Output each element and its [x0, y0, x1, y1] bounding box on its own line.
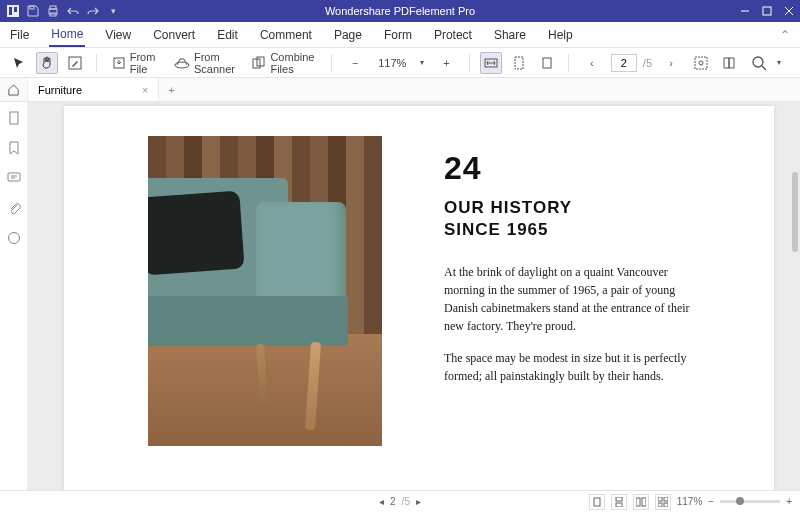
zoom-out-button[interactable]: −: [342, 52, 368, 74]
svg-rect-32: [664, 497, 668, 501]
combine-files-button[interactable]: Combine Files: [247, 48, 321, 78]
from-file-label: From File: [130, 51, 158, 75]
zoom-in-button[interactable]: +: [433, 52, 459, 74]
titlebar: ▾ Wondershare PDFelement Pro: [0, 0, 800, 22]
menu-convert[interactable]: Convert: [151, 24, 197, 46]
svg-rect-30: [642, 498, 646, 506]
workspace: 24 OUR HISTORY SINCE 1965 At the brink o…: [0, 102, 800, 490]
svg-rect-34: [664, 503, 668, 507]
print-icon[interactable]: [46, 4, 60, 18]
minus-icon: −: [347, 55, 363, 71]
vertical-scrollbar[interactable]: [792, 172, 798, 252]
undo-icon[interactable]: [66, 4, 80, 18]
maximize-button[interactable]: [756, 0, 778, 22]
doc-heading-line2: SINCE 1965: [444, 220, 694, 240]
edit-tool[interactable]: [64, 52, 86, 74]
status-prev-page[interactable]: ◂: [379, 496, 384, 507]
page-total: /5: [643, 57, 652, 69]
fit-page-button[interactable]: [508, 52, 530, 74]
attachments-icon[interactable]: [6, 200, 22, 216]
menu-home[interactable]: Home: [49, 23, 85, 47]
screenshot-button[interactable]: [690, 52, 712, 74]
read-mode-button[interactable]: [718, 52, 740, 74]
edit-box-icon: [67, 55, 83, 71]
actual-size-icon: [539, 55, 555, 71]
scanner-icon: [174, 55, 190, 71]
view-facing-icon[interactable]: [633, 494, 649, 510]
view-continuous-icon[interactable]: [611, 494, 627, 510]
combine-icon: [252, 55, 266, 71]
actual-size-button[interactable]: [536, 52, 558, 74]
svg-rect-2: [14, 7, 17, 12]
chevron-left-icon: ‹: [584, 55, 600, 71]
doc-page-number: 24: [444, 152, 694, 184]
camera-icon: [693, 55, 709, 71]
zoom-slider[interactable]: [720, 500, 780, 503]
collapse-ribbon-icon[interactable]: ⌃: [780, 28, 790, 42]
zoom-value: 117%: [374, 57, 410, 69]
from-file-button[interactable]: From File: [107, 48, 163, 78]
toolbar: From File From Scanner Combine Files − 1…: [0, 48, 800, 78]
svg-rect-24: [8, 173, 20, 181]
chevron-right-icon: ›: [663, 55, 679, 71]
statusbar: ◂ 2 /5 ▸ 117% − +: [0, 490, 800, 512]
status-zoom-in[interactable]: +: [786, 496, 792, 507]
view-grid-icon[interactable]: [655, 494, 671, 510]
comments-icon[interactable]: [6, 170, 22, 186]
menu-share[interactable]: Share: [492, 24, 528, 46]
svg-point-21: [753, 57, 763, 67]
status-next-page[interactable]: ▸: [416, 496, 421, 507]
thumbnails-icon[interactable]: [6, 110, 22, 126]
doc-heading-line1: OUR HISTORY: [444, 198, 694, 218]
search-button[interactable]: ▾: [746, 52, 792, 74]
doc-paragraph-2: The space may be modest in size but it i…: [444, 349, 694, 385]
minimize-button[interactable]: [734, 0, 756, 22]
menu-protect[interactable]: Protect: [432, 24, 474, 46]
menu-comment[interactable]: Comment: [258, 24, 314, 46]
menu-help[interactable]: Help: [546, 24, 575, 46]
redo-icon[interactable]: [86, 4, 100, 18]
zoom-dropdown-icon[interactable]: ▾: [416, 55, 427, 71]
svg-rect-3: [30, 6, 34, 9]
svg-rect-1: [9, 7, 12, 15]
menu-page[interactable]: Page: [332, 24, 364, 46]
menu-form[interactable]: Form: [382, 24, 414, 46]
status-zoom-out[interactable]: −: [708, 496, 714, 507]
menu-file[interactable]: File: [8, 24, 31, 46]
menu-edit[interactable]: Edit: [215, 24, 240, 46]
svg-rect-26: [594, 498, 600, 506]
svg-rect-28: [616, 503, 622, 507]
bookmark-icon[interactable]: [6, 140, 22, 156]
menu-view[interactable]: View: [103, 24, 133, 46]
fit-width-button[interactable]: [480, 52, 502, 74]
fit-width-icon: [483, 55, 499, 71]
page-number-input[interactable]: [611, 54, 637, 72]
status-page-current: 2: [390, 496, 396, 507]
svg-rect-5: [50, 6, 56, 9]
document-tab[interactable]: Furniture ×: [28, 78, 159, 101]
view-single-icon[interactable]: [589, 494, 605, 510]
from-scanner-button[interactable]: From Scanner: [169, 48, 241, 78]
svg-rect-23: [10, 112, 18, 124]
prev-page-button[interactable]: ‹: [579, 52, 605, 74]
qat-dropdown-icon[interactable]: ▾: [106, 4, 120, 18]
document-canvas[interactable]: 24 OUR HISTORY SINCE 1965 At the brink o…: [28, 102, 800, 490]
hand-tool[interactable]: [36, 52, 58, 74]
pdf-page: 24 OUR HISTORY SINCE 1965 At the brink o…: [64, 106, 774, 490]
hand-icon: [39, 55, 55, 71]
new-tab-button[interactable]: +: [159, 78, 183, 101]
save-icon[interactable]: [26, 4, 40, 18]
next-page-button[interactable]: ›: [658, 52, 684, 74]
svg-line-22: [762, 66, 766, 70]
select-tool[interactable]: [8, 52, 30, 74]
chat-icon[interactable]: [6, 230, 22, 246]
menubar: File Home View Convert Edit Comment Page…: [0, 22, 800, 48]
furniture-photo: [148, 136, 382, 446]
svg-rect-33: [658, 503, 662, 507]
close-button[interactable]: [778, 0, 800, 22]
home-tab-button[interactable]: [0, 78, 28, 101]
tab-close-icon[interactable]: ×: [142, 84, 148, 96]
fit-page-icon: [511, 55, 527, 71]
app-logo-icon: [6, 4, 20, 18]
search-icon: [751, 55, 767, 71]
